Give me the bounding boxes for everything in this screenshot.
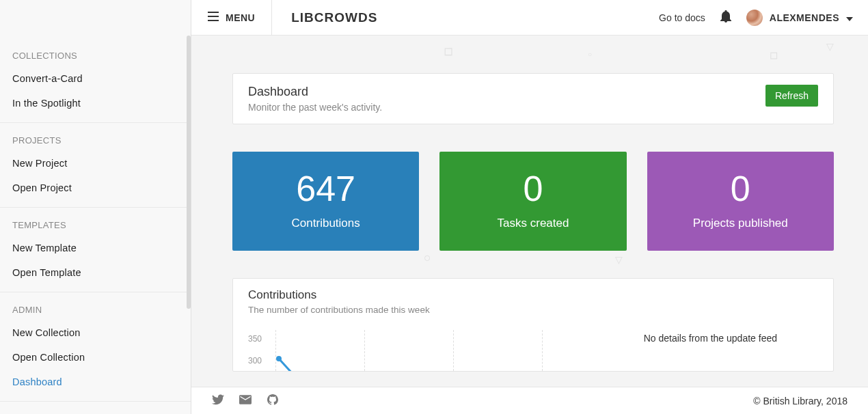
y-tick-300: 300	[248, 356, 262, 365]
main-content: ◇ ○ ◇ ▽ Dashboard Monitor the past week'…	[191, 36, 868, 387]
contributions-subtitle: The number of contributions made this we…	[248, 305, 818, 315]
user-menu[interactable]: ALEXMENDES	[746, 10, 853, 26]
sidebar-item-convert-a-card[interactable]: Convert-a-Card	[0, 66, 191, 91]
footer: © British Library, 2018	[191, 387, 868, 414]
sidebar-item-new-project[interactable]: New Project	[0, 151, 191, 176]
sidebar-header: PROJECTS	[0, 133, 191, 151]
decoration: ◇	[191, 328, 194, 345]
refresh-button[interactable]: Refresh	[765, 85, 818, 107]
menu-label: MENU	[226, 12, 255, 23]
dashboard-header-panel: Dashboard Monitor the past week's activi…	[232, 73, 834, 124]
decoration: ○	[424, 251, 431, 265]
stat-value: 0	[446, 169, 619, 208]
stat-value: 647	[239, 169, 412, 208]
caret-down-icon	[846, 12, 853, 23]
decoration: ▽	[615, 254, 623, 265]
contributions-chart: 350 300	[248, 330, 535, 371]
page-title: Dashboard	[248, 85, 382, 99]
sidebar-item-open-collection[interactable]: Open Collection	[0, 345, 191, 370]
footer-copyright: © British Library, 2018	[753, 396, 847, 406]
sidebar-item-open-template[interactable]: Open Template	[0, 260, 191, 285]
sidebar-header: COLLECTIONS	[0, 48, 191, 66]
stat-label: Contributions	[239, 217, 412, 230]
stats-row: 647Contributions0Tasks created0Projects …	[232, 152, 834, 251]
decoration: ◇	[765, 46, 783, 64]
email-icon[interactable]	[239, 394, 252, 408]
contributions-panel: Contributions The number of contribution…	[232, 278, 834, 372]
avatar	[746, 10, 763, 26]
sidebar: COLLECTIONSConvert-a-CardIn the Spotligh…	[0, 0, 191, 414]
stat-card-contributions: 647Contributions	[232, 152, 419, 251]
logo: LIBCROWDS	[272, 10, 396, 25]
sidebar-item-new-collection[interactable]: New Collection	[0, 320, 191, 345]
topbar-right: Go to docs ALEXMENDES	[659, 10, 868, 26]
stat-card-tasks-created: 0Tasks created	[439, 152, 626, 251]
decoration: ▽	[826, 41, 834, 52]
sidebar-header: ADMIN	[0, 302, 191, 320]
sidebar-header: TEMPLATES	[0, 217, 191, 236]
notifications-icon[interactable]	[720, 10, 731, 25]
menu-button[interactable]: MENU	[191, 0, 272, 36]
stat-card-projects-published: 0Projects published	[647, 152, 834, 251]
y-tick-350: 350	[248, 334, 262, 344]
sidebar-item-dashboard[interactable]: Dashboard	[0, 370, 191, 394]
github-icon[interactable]	[267, 394, 279, 408]
feed-empty-message: No details from the update feed	[644, 330, 818, 344]
sidebar-item-in-the-spotlight[interactable]: In the Spotlight	[0, 91, 191, 115]
page-subtitle: Monitor the past week's activity.	[248, 102, 382, 113]
sidebar-scrollbar[interactable]	[187, 36, 191, 309]
stat-label: Tasks created	[446, 217, 619, 230]
stat-label: Projects published	[654, 217, 827, 230]
decoration: ○	[588, 51, 592, 58]
twitter-icon[interactable]	[212, 394, 224, 408]
docs-link[interactable]: Go to docs	[659, 12, 705, 23]
stat-value: 0	[654, 169, 827, 208]
contributions-title: Contributions	[248, 288, 818, 302]
footer-social	[212, 394, 279, 408]
sidebar-item-new-template[interactable]: New Template	[0, 236, 191, 260]
username: ALEXMENDES	[770, 12, 839, 23]
menu-icon	[208, 12, 219, 23]
decoration: ◇	[440, 41, 459, 60]
sidebar-item-open-project[interactable]: Open Project	[0, 176, 191, 200]
